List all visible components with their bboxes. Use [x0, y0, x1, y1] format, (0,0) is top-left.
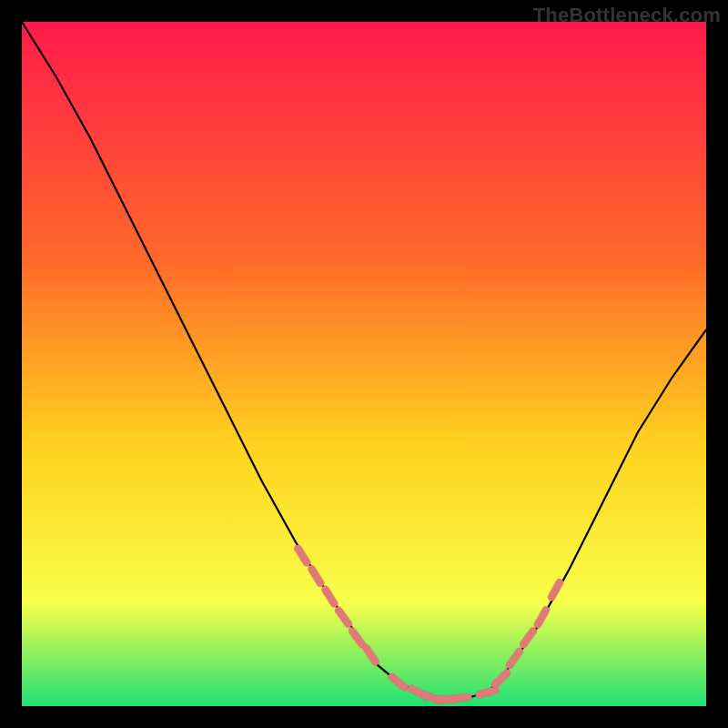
curve-marker	[480, 691, 495, 695]
plot-area	[22, 22, 706, 706]
gradient-background	[22, 22, 706, 706]
watermark-text: TheBottleneck.com	[533, 4, 721, 27]
chart-svg	[22, 22, 706, 706]
chart-frame: TheBottleneck.com	[0, 0, 728, 728]
curve-marker	[451, 697, 468, 699]
